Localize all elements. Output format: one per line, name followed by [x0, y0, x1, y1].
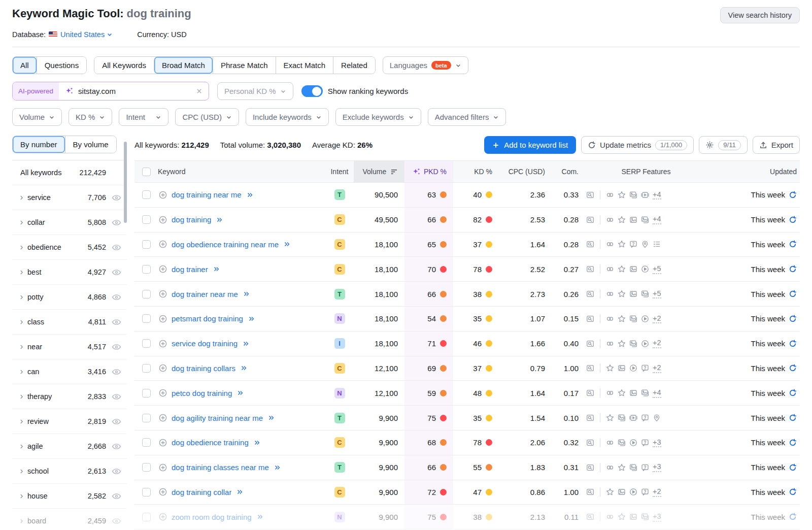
update-metrics-button[interactable]: Update metrics 1/1,000 — [581, 136, 694, 154]
group-label[interactable]: collar — [27, 218, 77, 226]
group-label[interactable]: house — [27, 492, 77, 500]
add-keyword-icon[interactable] — [159, 389, 167, 397]
languages-dropdown[interactable]: Languages beta — [383, 56, 468, 74]
serp-more-count[interactable]: +2 — [653, 314, 661, 324]
serp-preview-icon[interactable] — [586, 240, 594, 248]
show-ranking-keywords-toggle[interactable] — [301, 85, 323, 97]
open-keyword-icon[interactable] — [246, 191, 253, 198]
serp-preview-icon[interactable] — [586, 290, 594, 298]
serp-more-count[interactable]: +4 — [653, 388, 661, 398]
col-kd[interactable]: KD % — [453, 161, 499, 182]
eye-icon[interactable] — [106, 219, 126, 226]
serp-more-count[interactable]: +4 — [653, 190, 661, 200]
add-keyword-icon[interactable] — [159, 290, 167, 298]
serp-preview-icon[interactable] — [586, 364, 594, 372]
keyword-group-row[interactable]: collar5,808 — [12, 210, 126, 235]
row-checkbox[interactable] — [142, 265, 151, 274]
open-keyword-icon[interactable] — [283, 241, 290, 248]
serp-more-count[interactable]: +2 — [653, 487, 661, 497]
row-checkbox[interactable] — [142, 290, 151, 299]
group-label[interactable]: review — [27, 417, 77, 425]
keyword-link[interactable]: dog training near me — [172, 190, 242, 199]
keyword-group-row[interactable]: review2,819 — [12, 409, 126, 434]
serp-preview-icon[interactable] — [586, 191, 594, 199]
keyword-link[interactable]: zoom room dog training — [172, 513, 252, 521]
row-checkbox[interactable] — [142, 339, 151, 348]
row-checkbox[interactable] — [142, 215, 151, 224]
close-icon[interactable] — [196, 88, 202, 94]
group-label[interactable]: can — [27, 368, 77, 376]
serp-more-count[interactable]: +3 — [653, 512, 661, 522]
settings-button[interactable]: 9/11 — [699, 136, 747, 154]
search-input[interactable]: sitstay.com — [59, 87, 209, 95]
add-keyword-icon[interactable] — [159, 265, 167, 273]
filter-cpc-usd-[interactable]: CPC (USD) — [175, 108, 239, 126]
eye-icon[interactable] — [106, 443, 126, 450]
row-checkbox[interactable] — [142, 463, 151, 472]
refresh-icon[interactable] — [789, 290, 797, 298]
add-keyword-icon[interactable] — [159, 414, 167, 422]
group-label[interactable]: school — [27, 467, 77, 475]
refresh-icon[interactable] — [789, 439, 797, 447]
open-keyword-icon[interactable] — [240, 365, 247, 372]
col-updated[interactable]: Updated — [707, 161, 800, 182]
add-keyword-icon[interactable] — [159, 315, 167, 323]
row-checkbox[interactable] — [142, 190, 151, 199]
add-to-keyword-list-button[interactable]: Add to keyword list — [484, 136, 576, 154]
keyword-group-row[interactable]: can3,416 — [12, 359, 126, 384]
group-label[interactable]: therapy — [27, 392, 77, 401]
eye-icon[interactable] — [106, 194, 126, 202]
eye-icon[interactable] — [106, 293, 126, 301]
keyword-group-row[interactable]: house2,582 — [12, 484, 126, 509]
row-checkbox[interactable] — [142, 488, 151, 496]
open-keyword-icon[interactable] — [253, 439, 260, 446]
serp-preview-icon[interactable] — [586, 463, 594, 472]
refresh-icon[interactable] — [789, 265, 797, 273]
open-keyword-icon[interactable] — [256, 513, 263, 520]
keyword-link[interactable]: service dog training — [172, 339, 238, 348]
add-keyword-icon[interactable] — [159, 191, 167, 199]
add-keyword-icon[interactable] — [159, 463, 167, 472]
eye-icon[interactable] — [106, 343, 126, 351]
serp-more-count[interactable]: +2 — [653, 363, 661, 373]
filter-advanced-filters[interactable]: Advanced filters — [428, 108, 506, 126]
serp-preview-icon[interactable] — [586, 340, 594, 348]
all-keywords-row[interactable]: All keywords 212,429 — [12, 160, 126, 185]
serp-more-count[interactable]: +2 — [653, 339, 661, 348]
open-keyword-icon[interactable] — [267, 414, 275, 421]
personal-kd-dropdown[interactable]: Personal KD % — [217, 82, 293, 100]
keyword-link[interactable]: dog training — [172, 215, 211, 224]
group-label[interactable]: agile — [27, 442, 77, 450]
col-com[interactable]: Com. — [552, 161, 585, 182]
tab-related[interactable]: Related — [333, 57, 375, 74]
keyword-link[interactable]: dog obedience training — [172, 438, 249, 447]
refresh-icon[interactable] — [789, 488, 797, 496]
tab-all[interactable]: All — [13, 57, 37, 74]
eye-icon[interactable] — [106, 368, 126, 376]
keyword-group-row[interactable]: agile2,668 — [12, 434, 126, 459]
refresh-icon[interactable] — [789, 389, 797, 397]
row-checkbox[interactable] — [142, 314, 151, 323]
serp-preview-icon[interactable] — [586, 216, 594, 224]
eye-icon[interactable] — [106, 244, 126, 251]
group-label[interactable]: potty — [27, 293, 77, 301]
col-pkd[interactable]: PKD % — [404, 161, 453, 182]
sidebar-tab-by-number[interactable]: By number — [13, 136, 65, 153]
tab-phrase-match[interactable]: Phrase Match — [213, 57, 276, 74]
eye-icon[interactable] — [106, 517, 126, 525]
keyword-group-row[interactable]: near4,517 — [12, 335, 126, 359]
refresh-icon[interactable] — [789, 340, 797, 348]
refresh-icon[interactable] — [789, 240, 797, 248]
keyword-link[interactable]: dog agility training near me — [172, 414, 263, 422]
col-cpc[interactable]: CPC (USD) — [499, 161, 552, 182]
row-checkbox[interactable] — [142, 438, 151, 447]
tab-exact-match[interactable]: Exact Match — [276, 57, 333, 74]
keyword-group-row[interactable]: board2,459 — [12, 509, 126, 530]
tab-questions[interactable]: Questions — [37, 57, 87, 74]
add-keyword-icon[interactable] — [159, 439, 167, 447]
serp-preview-icon[interactable] — [586, 513, 594, 521]
eye-icon[interactable] — [106, 269, 126, 276]
group-label[interactable]: best — [27, 268, 77, 276]
keyword-group-row[interactable]: class4,811 — [12, 310, 126, 335]
tab-broad-match[interactable]: Broad Match — [154, 57, 213, 74]
